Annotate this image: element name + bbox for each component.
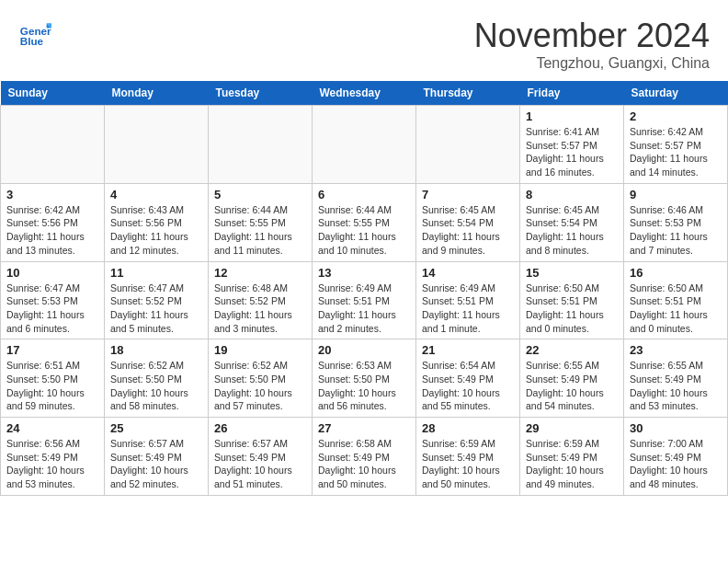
calendar-cell: 19Sunrise: 6:52 AM Sunset: 5:50 PM Dayli… <box>209 339 313 418</box>
week-row-1: 1Sunrise: 6:41 AM Sunset: 5:57 PM Daylig… <box>1 106 728 184</box>
calendar-cell: 10Sunrise: 6:47 AM Sunset: 5:53 PM Dayli… <box>1 261 105 339</box>
week-row-5: 24Sunrise: 6:56 AM Sunset: 5:49 PM Dayli… <box>1 418 728 496</box>
weekday-header-friday: Friday <box>520 81 624 106</box>
day-info: Sunrise: 6:47 AM Sunset: 5:52 PM Dayligh… <box>110 282 202 336</box>
day-number: 21 <box>422 343 514 357</box>
day-info: Sunrise: 6:55 AM Sunset: 5:49 PM Dayligh… <box>630 359 722 413</box>
day-number: 24 <box>6 421 98 435</box>
day-info: Sunrise: 6:53 AM Sunset: 5:50 PM Dayligh… <box>318 359 410 413</box>
day-info: Sunrise: 6:50 AM Sunset: 5:51 PM Dayligh… <box>630 282 722 336</box>
day-info: Sunrise: 6:48 AM Sunset: 5:52 PM Dayligh… <box>214 282 306 336</box>
calendar-cell: 9Sunrise: 6:46 AM Sunset: 5:53 PM Daylig… <box>624 183 728 261</box>
calendar-cell: 30Sunrise: 7:00 AM Sunset: 5:49 PM Dayli… <box>624 418 728 496</box>
day-number: 23 <box>630 343 722 357</box>
day-info: Sunrise: 6:52 AM Sunset: 5:50 PM Dayligh… <box>110 359 202 413</box>
day-number: 19 <box>214 343 306 357</box>
day-number: 27 <box>318 421 410 435</box>
weekday-header-thursday: Thursday <box>416 81 520 106</box>
calendar-cell: 29Sunrise: 6:59 AM Sunset: 5:49 PM Dayli… <box>520 418 624 496</box>
day-info: Sunrise: 6:56 AM Sunset: 5:49 PM Dayligh… <box>6 437 98 491</box>
day-number: 6 <box>318 188 410 201</box>
calendar-cell: 1Sunrise: 6:41 AM Sunset: 5:57 PM Daylig… <box>520 106 624 184</box>
svg-text:Blue: Blue <box>20 35 44 47</box>
location: Tengzhou, Guangxi, China <box>474 55 710 72</box>
day-number: 25 <box>110 421 202 435</box>
calendar-table: SundayMondayTuesdayWednesdayThursdayFrid… <box>0 81 728 496</box>
day-number: 14 <box>422 266 514 280</box>
page-header: General Blue November 2024 Tengzhou, Gua… <box>0 0 728 81</box>
calendar-cell: 16Sunrise: 6:50 AM Sunset: 5:51 PM Dayli… <box>624 261 728 339</box>
day-info: Sunrise: 6:50 AM Sunset: 5:51 PM Dayligh… <box>526 282 618 336</box>
calendar-cell: 11Sunrise: 6:47 AM Sunset: 5:52 PM Dayli… <box>105 261 209 339</box>
week-row-3: 10Sunrise: 6:47 AM Sunset: 5:53 PM Dayli… <box>1 261 728 339</box>
day-info: Sunrise: 6:51 AM Sunset: 5:50 PM Dayligh… <box>6 359 98 413</box>
day-info: Sunrise: 6:52 AM Sunset: 5:50 PM Dayligh… <box>214 359 306 413</box>
calendar-cell: 5Sunrise: 6:44 AM Sunset: 5:55 PM Daylig… <box>209 183 313 261</box>
calendar-cell <box>416 106 520 184</box>
day-number: 4 <box>110 188 202 201</box>
calendar-cell: 21Sunrise: 6:54 AM Sunset: 5:49 PM Dayli… <box>416 339 520 418</box>
day-info: Sunrise: 6:49 AM Sunset: 5:51 PM Dayligh… <box>318 282 410 336</box>
day-number: 26 <box>214 421 306 435</box>
calendar-cell: 13Sunrise: 6:49 AM Sunset: 5:51 PM Dayli… <box>313 261 416 339</box>
day-info: Sunrise: 6:47 AM Sunset: 5:53 PM Dayligh… <box>6 282 98 336</box>
day-info: Sunrise: 6:45 AM Sunset: 5:54 PM Dayligh… <box>422 203 514 258</box>
calendar-cell: 18Sunrise: 6:52 AM Sunset: 5:50 PM Dayli… <box>105 339 209 418</box>
day-number: 13 <box>318 266 410 280</box>
calendar-cell: 24Sunrise: 6:56 AM Sunset: 5:49 PM Dayli… <box>1 418 105 496</box>
day-info: Sunrise: 6:43 AM Sunset: 5:56 PM Dayligh… <box>110 203 202 258</box>
calendar-cell: 12Sunrise: 6:48 AM Sunset: 5:52 PM Dayli… <box>209 261 313 339</box>
day-info: Sunrise: 6:55 AM Sunset: 5:49 PM Dayligh… <box>526 359 618 413</box>
day-number: 11 <box>110 266 202 280</box>
calendar-cell <box>1 106 105 184</box>
calendar-cell <box>313 106 416 184</box>
day-info: Sunrise: 6:41 AM Sunset: 5:57 PM Dayligh… <box>526 125 618 179</box>
day-number: 16 <box>630 266 722 280</box>
day-number: 15 <box>526 266 618 280</box>
logo-icon: General Blue <box>18 17 51 50</box>
day-info: Sunrise: 6:59 AM Sunset: 5:49 PM Dayligh… <box>526 437 618 491</box>
day-number: 7 <box>422 188 514 201</box>
day-number: 1 <box>526 109 618 123</box>
day-number: 5 <box>214 188 306 201</box>
weekday-header-row: SundayMondayTuesdayWednesdayThursdayFrid… <box>1 81 728 106</box>
day-info: Sunrise: 6:57 AM Sunset: 5:49 PM Dayligh… <box>110 437 202 491</box>
day-info: Sunrise: 6:59 AM Sunset: 5:49 PM Dayligh… <box>422 437 514 491</box>
calendar-cell <box>105 106 209 184</box>
calendar-cell: 22Sunrise: 6:55 AM Sunset: 5:49 PM Dayli… <box>520 339 624 418</box>
calendar-cell: 6Sunrise: 6:44 AM Sunset: 5:55 PM Daylig… <box>313 183 416 261</box>
day-number: 12 <box>214 266 306 280</box>
day-info: Sunrise: 6:42 AM Sunset: 5:57 PM Dayligh… <box>630 125 722 179</box>
calendar-cell: 25Sunrise: 6:57 AM Sunset: 5:49 PM Dayli… <box>105 418 209 496</box>
calendar-cell: 3Sunrise: 6:42 AM Sunset: 5:56 PM Daylig… <box>1 183 105 261</box>
weekday-header-saturday: Saturday <box>624 81 728 106</box>
day-number: 28 <box>422 421 514 435</box>
weekday-header-wednesday: Wednesday <box>313 81 416 106</box>
day-number: 8 <box>526 188 618 201</box>
day-info: Sunrise: 6:54 AM Sunset: 5:49 PM Dayligh… <box>422 359 514 413</box>
day-number: 20 <box>318 343 410 357</box>
day-number: 29 <box>526 421 618 435</box>
day-number: 3 <box>6 188 98 201</box>
title-block: November 2024 Tengzhou, Guangxi, China <box>474 17 710 72</box>
calendar-cell: 26Sunrise: 6:57 AM Sunset: 5:49 PM Dayli… <box>209 418 313 496</box>
calendar-cell: 27Sunrise: 6:58 AM Sunset: 5:49 PM Dayli… <box>313 418 416 496</box>
calendar-cell: 28Sunrise: 6:59 AM Sunset: 5:49 PM Dayli… <box>416 418 520 496</box>
day-number: 22 <box>526 343 618 357</box>
calendar-cell: 17Sunrise: 6:51 AM Sunset: 5:50 PM Dayli… <box>1 339 105 418</box>
day-info: Sunrise: 6:44 AM Sunset: 5:55 PM Dayligh… <box>214 203 306 258</box>
day-info: Sunrise: 6:57 AM Sunset: 5:49 PM Dayligh… <box>214 437 306 491</box>
calendar-cell: 15Sunrise: 6:50 AM Sunset: 5:51 PM Dayli… <box>520 261 624 339</box>
day-info: Sunrise: 7:00 AM Sunset: 5:49 PM Dayligh… <box>630 437 722 491</box>
calendar-cell: 23Sunrise: 6:55 AM Sunset: 5:49 PM Dayli… <box>624 339 728 418</box>
day-number: 18 <box>110 343 202 357</box>
day-info: Sunrise: 6:45 AM Sunset: 5:54 PM Dayligh… <box>526 203 618 258</box>
weekday-header-sunday: Sunday <box>1 81 105 106</box>
logo: General Blue <box>18 17 51 50</box>
day-number: 30 <box>630 421 722 435</box>
day-number: 10 <box>6 266 98 280</box>
calendar-cell: 7Sunrise: 6:45 AM Sunset: 5:54 PM Daylig… <box>416 183 520 261</box>
calendar-cell: 4Sunrise: 6:43 AM Sunset: 5:56 PM Daylig… <box>105 183 209 261</box>
day-number: 17 <box>6 343 98 357</box>
day-number: 9 <box>630 188 722 201</box>
